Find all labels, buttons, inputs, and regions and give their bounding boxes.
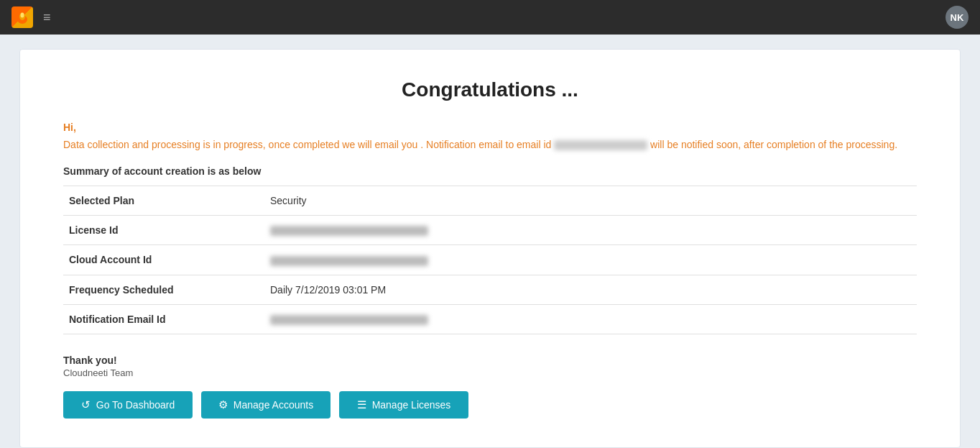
go-to-dashboard-icon: ↺ <box>81 398 91 411</box>
row-value <box>264 245 917 275</box>
table-row: License Id <box>63 216 917 245</box>
notification-text: Data collection and processing is in pro… <box>63 137 917 152</box>
row-value: Daily 7/12/2019 03:01 PM <box>264 275 917 304</box>
go-to-dashboard-button[interactable]: ↺Go To Dashboard <box>63 391 193 419</box>
blurred-value <box>270 256 428 266</box>
row-label: Selected Plan <box>63 186 264 216</box>
navbar-left: ≡ <box>11 6 51 28</box>
manage-accounts-button[interactable]: ⚙Manage Accounts <box>201 391 330 419</box>
blurred-value <box>270 226 428 236</box>
menu-icon[interactable]: ≡ <box>43 10 51 25</box>
summary-table: Selected PlanSecurityLicense Id Cloud Ac… <box>63 186 917 334</box>
row-label: Notification Email Id <box>63 304 264 334</box>
row-label: Frequency Scheduled <box>63 275 264 304</box>
notification-text-2: will be notified soon, after completion … <box>650 139 897 150</box>
row-value <box>264 216 917 245</box>
blurred-value <box>270 315 428 325</box>
email-blurred <box>554 140 647 150</box>
table-row: Cloud Account Id <box>63 245 917 275</box>
page-title: Congratulations ... <box>63 78 917 101</box>
table-row: Frequency ScheduledDaily 7/12/2019 03:01… <box>63 275 917 304</box>
manage-accounts-icon: ⚙ <box>218 398 228 411</box>
app-logo[interactable] <box>11 6 33 28</box>
main-wrapper: Congratulations ... Hi, Data collection … <box>0 35 980 448</box>
manage-licenses-icon: ☰ <box>357 398 366 411</box>
row-label: Cloud Account Id <box>63 245 264 275</box>
manage-licenses-button[interactable]: ☰Manage Licenses <box>339 391 468 419</box>
hi-label: Hi, <box>63 122 917 133</box>
summary-label: Summary of account creation is as below <box>63 165 917 177</box>
action-buttons: ↺Go To Dashboard⚙Manage Accounts☰Manage … <box>63 391 917 419</box>
team-text: Cloudneeti Team <box>63 367 917 378</box>
thank-you-text: Thank you! <box>63 355 917 366</box>
svg-point-2 <box>21 13 24 18</box>
navbar: ≡ NK <box>0 0 980 35</box>
row-value: Security <box>264 186 917 216</box>
table-row: Notification Email Id <box>63 304 917 334</box>
notification-text-1: Data collection and processing is in pro… <box>63 139 551 150</box>
manage-licenses-label: Manage Licenses <box>372 399 451 411</box>
congratulations-card: Congratulations ... Hi, Data collection … <box>19 49 961 448</box>
table-row: Selected PlanSecurity <box>63 186 917 216</box>
row-label: License Id <box>63 216 264 245</box>
go-to-dashboard-label: Go To Dashboard <box>96 399 175 411</box>
row-value <box>264 304 917 334</box>
manage-accounts-label: Manage Accounts <box>234 399 313 411</box>
avatar[interactable]: NK <box>946 6 969 29</box>
